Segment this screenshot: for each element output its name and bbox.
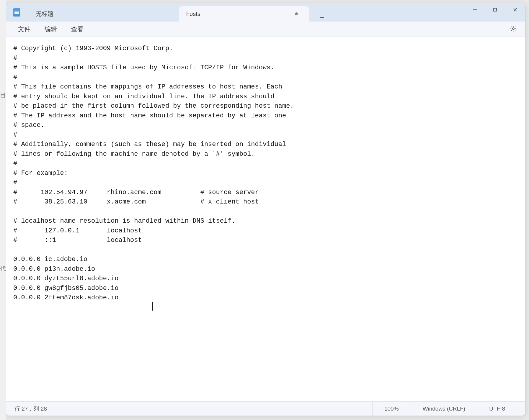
menu-view[interactable]: 查看 (64, 23, 91, 36)
maximize-button[interactable] (485, 4, 505, 16)
tab-hosts[interactable]: hosts (179, 6, 309, 22)
tabs-area: 无标题 hosts + (29, 3, 465, 22)
close-icon (513, 7, 517, 12)
settings-button[interactable] (506, 23, 520, 35)
titlebar[interactable]: 无标题 hosts + (6, 3, 525, 22)
bg-fragment-2: 代 (0, 265, 6, 273)
tab-untitled-label: 无标题 (36, 10, 53, 18)
titlebar-left (6, 3, 29, 22)
menu-edit[interactable]: 编辑 (37, 23, 64, 36)
close-button[interactable] (505, 4, 525, 16)
minimize-button[interactable] (465, 4, 485, 16)
svg-point-4 (512, 27, 514, 29)
line-ending[interactable]: Windows (CRLF) (411, 402, 477, 416)
menubar: 文件 编辑 查看 (6, 22, 525, 37)
notepad-icon (13, 8, 20, 17)
text-editor[interactable]: # Copyright (c) 1993-2009 Microsoft Corp… (6, 37, 525, 401)
maximize-icon (493, 7, 497, 12)
plus-icon: + (320, 13, 324, 22)
tab-untitled[interactable]: 无标题 (29, 6, 82, 22)
modified-indicator-icon (295, 12, 298, 15)
gear-icon (510, 25, 517, 32)
svg-rect-1 (494, 8, 497, 11)
statusbar: 行 27，列 28 100% Windows (CRLF) UTF-8 (6, 401, 525, 416)
window-controls (465, 3, 525, 22)
menu-file[interactable]: 文件 (11, 23, 37, 36)
cursor-position[interactable]: 行 27，列 28 (14, 405, 47, 413)
tab-hosts-label: hosts (186, 11, 200, 17)
notepad-window: 无标题 hosts + 文件 编辑 查看 (6, 3, 525, 416)
zoom-level[interactable]: 100% (372, 402, 411, 416)
minimize-icon (473, 7, 477, 12)
new-tab-button[interactable]: + (315, 13, 329, 22)
editor-content: # Copyright (c) 1993-2009 Microsoft Corp… (13, 45, 294, 301)
bg-fragment-1: 目 (0, 91, 6, 99)
encoding[interactable]: UTF-8 (477, 402, 517, 416)
text-cursor-icon (152, 302, 153, 311)
